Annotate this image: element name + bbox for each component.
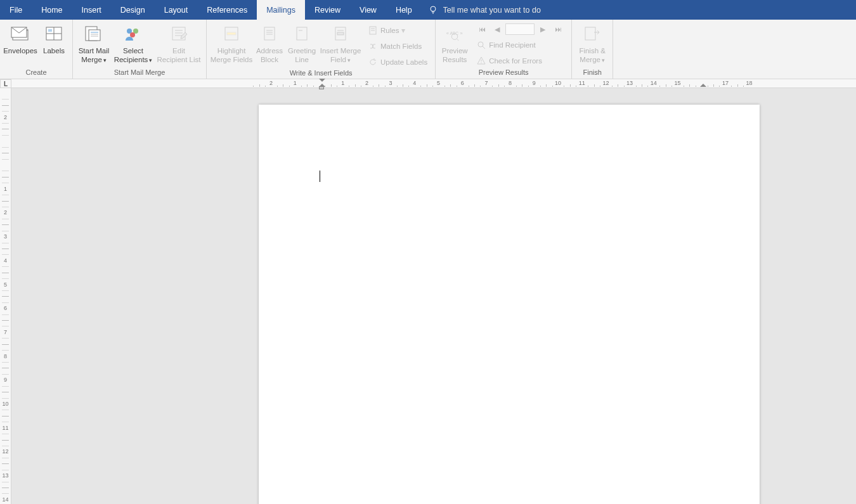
chevron-down-icon: ▾ [149,56,152,65]
finish-merge-label: Merge [580,56,600,63]
field-label: Field [330,56,346,63]
rules-icon [368,25,378,36]
update-labels-button: Update Labels [365,55,430,69]
svg-point-39 [478,42,483,47]
tab-review[interactable]: Review [305,0,350,20]
envelopes-button[interactable]: Envelopes [3,22,38,68]
tab-view[interactable]: View [350,0,386,20]
group-start-mail-merge: Start Mail Merge▾ Select Recipients▾ Edi… [73,20,207,79]
group-create-label: Create [0,68,72,79]
group-preview-label: Preview Results [436,68,571,79]
first-line-indent-marker[interactable] [319,79,325,82]
next-record-button: ▶ [536,23,550,35]
check-errors-button: Check for Errors [474,54,566,68]
hanging-indent-marker[interactable] [319,84,325,89]
finish-and-label: Finish & [579,46,606,55]
recipients-label: Recipients [114,56,148,63]
tab-design[interactable]: Design [111,0,155,20]
tab-home[interactable]: Home [32,0,72,20]
svg-text:«: « [446,30,449,36]
select-label: Select [123,46,143,55]
svg-line-40 [483,46,485,49]
edit-label: Edit [172,46,185,55]
tab-mailings[interactable]: Mailings [257,0,305,20]
finish-icon [582,23,602,44]
highlight-merge-fields-button: Highlight Merge Fields [209,22,254,68]
chevron-down-icon: ▾ [347,56,351,65]
preview-icon: «ABC» [444,23,465,44]
group-create: Envelopes Labels Create [0,20,73,79]
check-errors-label: Check for Errors [489,57,542,65]
ribbon: Envelopes Labels Create Start Mail Merge… [0,20,856,79]
recipients-icon [123,23,143,44]
match-icon [368,41,378,51]
labels-icon [44,23,64,44]
highlight-icon [221,23,242,44]
greeting-line-button: Greeting Line [285,22,318,68]
match-fields-button: Match Fields [365,39,430,53]
tellme-search[interactable] [428,0,602,20]
svg-point-15 [130,32,135,37]
recipient-list-label: Recipient List [157,55,200,64]
rules-button: Rules ▾ [365,23,430,37]
merge-label: Merge [81,56,102,63]
svg-rect-9 [89,30,100,41]
svg-line-38 [457,39,460,41]
mail-merge-icon [84,23,104,44]
greeting-icon [292,23,312,44]
svg-point-42 [481,62,481,63]
match-fields-label: Match Fields [380,42,422,50]
block-label: Block [261,55,278,64]
tellme-input[interactable] [443,6,602,15]
edit-list-icon [169,23,189,44]
select-recipients-button[interactable]: Select Recipients▾ [112,22,154,68]
group-finish-label: Finish [572,68,613,79]
address-icon [259,23,280,44]
group-start-merge-label: Start Mail Merge [73,68,206,79]
tab-stop-selector[interactable]: L [0,79,11,88]
record-number-field [505,23,535,35]
svg-rect-43 [585,27,595,40]
preview-results-button: «ABC» Preview Results [438,22,471,68]
tab-help[interactable]: Help [386,0,422,20]
svg-text:»: » [460,30,463,36]
envelope-icon [10,23,30,44]
last-record-button: ⏭ [551,23,565,35]
tab-layout[interactable]: Layout [155,0,198,20]
labels-button[interactable]: Labels [38,22,70,68]
chevron-down-icon: ▾ [103,56,107,65]
tab-file[interactable]: File [0,0,32,20]
update-icon [368,57,378,67]
first-record-button: ⏮ [475,23,489,35]
merge-fields-label: Merge Fields [211,55,252,64]
lightbulb-icon [428,5,438,15]
record-navigator: ⏮ ◀ ▶ ⏭ [474,22,566,36]
horizontal-ruler[interactable]: 211234567891011121314151718 [11,79,856,88]
insert-merge-label: Insert Merge [320,46,361,55]
start-mail-merge-button[interactable]: Start Mail Merge▾ [75,22,112,68]
text-cursor [320,171,320,182]
right-indent-marker[interactable] [700,84,706,87]
tab-references[interactable]: References [197,0,257,20]
ribbon-tabs: File Home Insert Design Layout Reference… [0,0,856,20]
vertical-ruler[interactable]: 21234567891011121314 [0,88,11,504]
group-finish: Finish & Merge▾ Finish [572,20,613,79]
group-write-insert-label: Write & Insert Fields [207,69,435,79]
svg-rect-22 [264,27,275,40]
insert-field-icon [330,23,351,44]
address-label: Address [256,46,283,55]
chevron-down-icon: ▾ [401,26,405,35]
update-labels-label: Update Labels [380,58,427,66]
find-recipient-button: Find Recipient [474,38,566,52]
start-mail-label: Start Mail [79,46,110,55]
check-icon [476,56,486,66]
svg-point-0 [431,6,436,11]
insert-merge-field-button: Insert Merge Field▾ [318,22,363,68]
svg-rect-30 [337,32,344,35]
document-page[interactable] [259,105,760,504]
highlight-label: Highlight [217,46,246,55]
svg-rect-26 [297,27,307,40]
tab-insert[interactable]: Insert [72,0,111,20]
labels-label: Labels [43,46,65,55]
chevron-down-icon: ▾ [602,56,605,65]
